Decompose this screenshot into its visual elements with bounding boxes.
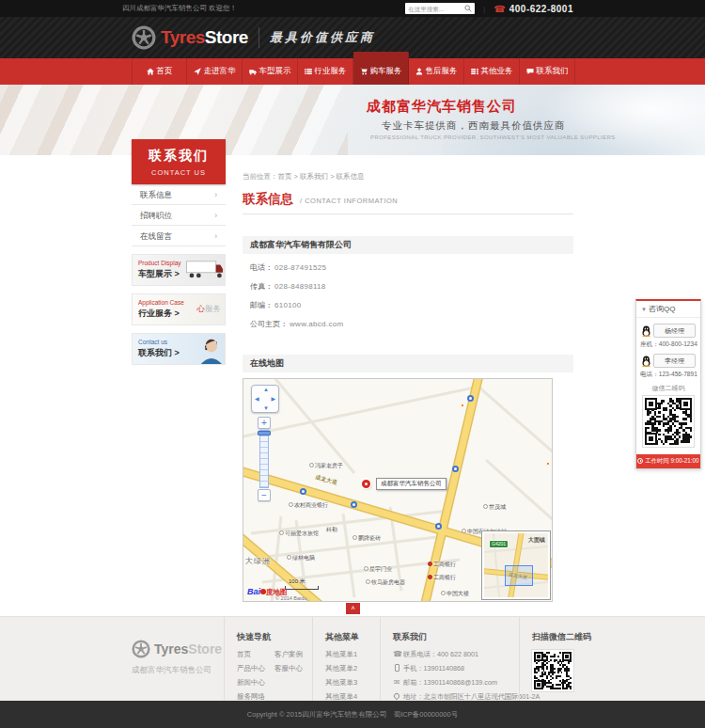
logo-divider — [258, 27, 259, 48]
zoom-out-button[interactable]: − — [258, 489, 271, 501]
map-poi: 世茂城 — [483, 503, 506, 512]
map-marker-label[interactable]: 成都富华汽车销售公司 — [376, 478, 446, 490]
truck-icon — [249, 68, 257, 75]
map-overview-inset[interactable]: G4201 大面镇 成龙大道 — [482, 531, 550, 599]
sidebar-item-contact-info[interactable]: 联系信息› — [132, 184, 226, 205]
footer-link[interactable]: 客户案例 — [274, 650, 316, 659]
promo-contact-us[interactable]: Contact us 联系我们 > — [132, 333, 226, 365]
transit-stop-icon — [351, 501, 357, 508]
map-poi-bank: 工商银行 — [428, 574, 456, 582]
footer-wechat-qr-code — [532, 650, 573, 691]
zoom-slider-handle[interactable] — [258, 431, 271, 435]
mail-icon: ✉ — [393, 678, 400, 687]
footer-link[interactable]: 其他菜单3 — [325, 678, 380, 688]
map-poi: 农村商业银行 — [289, 501, 328, 510]
qq-contact-button[interactable]: 杨经理 — [653, 324, 696, 338]
bank-icon — [428, 575, 432, 579]
chevron-right-icon: › — [214, 226, 217, 245]
map-marker-icon[interactable] — [362, 480, 370, 488]
menu-icon — [471, 68, 478, 75]
map-poi: 牧马新房电器 — [366, 578, 405, 587]
divider: | — [483, 5, 485, 13]
mobile-icon — [393, 664, 400, 673]
transit-stop-icon — [435, 523, 442, 530]
nav-item-contact[interactable]: 联系我们 — [520, 58, 575, 85]
wechat-qr-label: 微信二维码 — [640, 384, 697, 393]
map-pan-control[interactable]: ▲ ▼ ◀ ▶ — [251, 385, 279, 413]
footer-link[interactable]: 其他菜单2 — [325, 664, 380, 673]
footer-col-contact: 联系我们 ☎联系电话：400 622 8001 手机：13901140868 ✉… — [380, 617, 519, 701]
footer-link[interactable]: 其他菜单1 — [325, 650, 380, 659]
map-poi: 鹏牌瓷砖 — [352, 534, 381, 543]
nav-item-home[interactable]: 首页 — [132, 58, 187, 85]
poi-icon — [462, 529, 466, 533]
map-attribution: © 2014 Baidu — [275, 595, 306, 601]
promo-product-display[interactable]: Product Display 车型展示 > — [132, 254, 226, 286]
footer-link[interactable]: 产品中心 — [237, 664, 274, 673]
brand-slogan: 最具价值供应商 — [270, 29, 375, 46]
poi-icon — [352, 535, 357, 540]
nav-item-industry[interactable]: 行业服务 — [298, 58, 353, 85]
truck-illustration-icon — [180, 259, 224, 281]
promo-application-case[interactable]: Application Case 行业服务 > 心服务 — [132, 293, 226, 325]
transit-stop-icon — [467, 395, 474, 402]
back-to-top-button[interactable]: ˄ — [346, 603, 360, 614]
poi-icon — [441, 591, 446, 595]
sidebar-title: 联系我们 — [132, 148, 226, 165]
site-header: TyresStore 最具价值供应商 — [0, 17, 705, 58]
minimap-town-label: 大面镇 — [528, 536, 545, 545]
map-section-bar: 在线地图 — [243, 355, 573, 372]
zoom-slider-track[interactable] — [259, 430, 269, 488]
nav-item-aftersale[interactable]: 售后服务 — [409, 58, 464, 85]
baidu-map[interactable]: 成龙大道 冯家老房子 农村商业银行 可丽爱水族馆 科勒 鹏牌瓷砖 世茂城 中国石… — [243, 378, 553, 602]
footer-logo: TyresStore 成都富华汽车销售公司 — [132, 617, 224, 701]
pan-up-icon[interactable]: ▲ — [263, 387, 269, 392]
site-logo[interactable]: TyresStore 最具价值供应商 — [132, 25, 375, 50]
map-scale-bar — [285, 586, 319, 590]
map-poi: 冯家老房子 — [309, 462, 343, 470]
user-icon — [415, 68, 423, 75]
traffic-dot — [461, 404, 464, 407]
top-bar: 四川成都富华汽车销售公司 欢迎您！ | ☎ 400-622-8001 — [0, 0, 705, 17]
qq-panel-header[interactable]: ▼咨询QQ — [636, 301, 700, 318]
poi-icon — [289, 502, 293, 507]
nav-item-about[interactable]: 走进富华 — [187, 58, 243, 85]
map-poi: 星宇门业 — [364, 565, 392, 574]
poi-icon — [279, 530, 284, 535]
info-fax: 传真：028-84898118 — [250, 281, 573, 292]
info-phone: 电话：028-87491525 — [250, 262, 573, 273]
welcome-text: 四川成都富华汽车销售公司 欢迎您！ — [122, 4, 237, 13]
sidebar-title-box: 联系我们 CONTACT US — [132, 139, 226, 184]
transit-stop-icon — [452, 466, 459, 472]
breadcrumb[interactable]: 当前位置：首页 > 联系我们 > 联系信息 — [243, 172, 573, 182]
footer-contact-mail: ✉邮箱：13901140868@139.com — [393, 678, 519, 688]
sidebar-title-en: CONTACT US — [132, 168, 226, 177]
search-icon[interactable] — [464, 5, 472, 12]
phone-icon: ☎ — [393, 650, 400, 658]
footer: TyresStore 成都富华汽车销售公司 快速导航 首页 客户案例 产品中心 … — [0, 616, 705, 701]
clock-icon — [637, 458, 643, 464]
sidebar-item-jobs[interactable]: 招聘职位› — [132, 205, 226, 226]
zoom-in-button[interactable]: + — [258, 417, 271, 429]
pan-right-icon[interactable]: ▶ — [271, 395, 275, 402]
pan-down-icon[interactable]: ▼ — [263, 405, 269, 411]
banner-title: 成都富华汽车销售公司 — [367, 98, 517, 116]
footer-link[interactable]: 首页 — [237, 650, 274, 659]
page-title: 联系信息 — [243, 192, 293, 206]
pan-left-icon[interactable]: ◀ — [255, 395, 259, 402]
nav-item-purchase[interactable]: 购车服务 — [353, 52, 409, 85]
customer-service-agent-icon — [196, 338, 224, 364]
nav-item-other[interactable]: 其他业务 — [464, 58, 520, 85]
tyre-wheel-icon — [132, 640, 150, 658]
qq-contact-button[interactable]: 李经理 — [653, 354, 696, 368]
footer-link[interactable]: 新闻中心 — [237, 678, 274, 688]
search-input[interactable] — [408, 6, 464, 12]
nav-item-models[interactable]: 车型展示 — [243, 58, 298, 85]
footer-link[interactable]: 客服中心 — [274, 664, 316, 673]
search-box[interactable] — [405, 3, 475, 14]
sidebar-item-message[interactable]: 在线留言› — [132, 226, 226, 246]
cart-icon — [360, 68, 368, 75]
chat-icon — [526, 68, 534, 75]
qq-contact-row: 李经理 — [641, 354, 696, 368]
sidebar: 联系我们 CONTACT US 联系信息› 招聘职位› 在线留言› Produc… — [132, 139, 226, 365]
